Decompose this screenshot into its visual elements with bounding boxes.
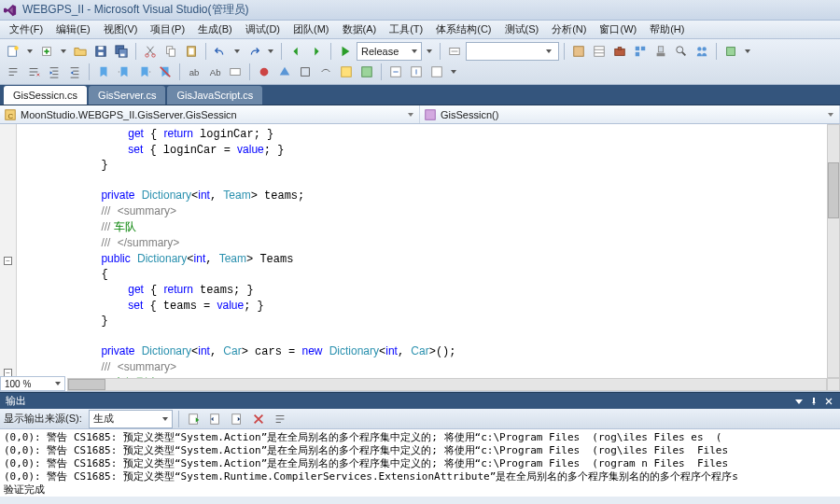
h-scroll-thumb[interactable]: [68, 379, 105, 390]
v-scroll-thumb[interactable]: [828, 162, 839, 218]
output-clear-button[interactable]: [249, 410, 268, 428]
output-pin-icon[interactable]: [808, 396, 819, 407]
menu-item[interactable]: 窗口(W): [594, 21, 642, 38]
horizontal-scrollbar[interactable]: [67, 378, 827, 391]
code-area[interactable]: get { return loginCar; } set { loginCar …: [17, 124, 840, 391]
debug-tool-6[interactable]: [357, 63, 376, 81]
menu-item[interactable]: 工具(T): [384, 21, 428, 38]
start-debug-button[interactable]: [336, 42, 355, 61]
bookmark-clear-button[interactable]: [156, 63, 175, 81]
svg-point-27: [697, 47, 701, 50]
open-file-button[interactable]: [71, 42, 90, 61]
output-source-combo[interactable]: 生成: [89, 410, 173, 428]
class-view-button[interactable]: [631, 42, 650, 61]
add-item-dropdown[interactable]: [58, 49, 69, 53]
menu-item[interactable]: 生成(B): [192, 21, 238, 38]
menu-item[interactable]: 视图(V): [98, 21, 144, 38]
new-project-button[interactable]: [4, 42, 22, 61]
menu-item[interactable]: 项目(P): [145, 21, 190, 38]
indent-button[interactable]: [45, 63, 63, 81]
save-button[interactable]: [91, 42, 110, 61]
team-explorer-button[interactable]: [693, 42, 711, 61]
debug-tool-3[interactable]: [296, 63, 315, 81]
solution-explorer-button[interactable]: [569, 42, 588, 61]
config-combo[interactable]: Release: [357, 42, 422, 61]
debug-tool-4[interactable]: [316, 63, 335, 81]
doc-tab[interactable]: GisServer.cs: [89, 86, 165, 105]
text-tool-1[interactable]: ab: [185, 63, 203, 81]
output-text[interactable]: (0,0): 警告 CS1685: 预定义类型“System.Action”是在…: [0, 429, 840, 497]
nav-back-button[interactable]: [287, 42, 305, 61]
misc-tool-3[interactable]: [427, 63, 446, 81]
find-button[interactable]: [445, 42, 464, 61]
titlebar: WEBGPS_II - Microsoft Visual Studio(管理员): [0, 0, 840, 21]
toolbar-row-1: Release: [4, 41, 836, 62]
undo-button[interactable]: [211, 42, 230, 61]
debug-tool-1[interactable]: [255, 63, 273, 81]
menu-item[interactable]: 体系结构(C): [430, 21, 497, 38]
extension-button[interactable]: [721, 42, 740, 61]
nav-type-selector[interactable]: C MoonStudio.WEBGPS_II.GisServer.GisSess…: [0, 105, 420, 123]
output-prev-button[interactable]: [206, 410, 225, 428]
outline-margin[interactable]: − −: [0, 124, 17, 391]
zoom-value: 100 %: [5, 379, 31, 389]
cut-button[interactable]: [141, 42, 160, 61]
server-explorer-button[interactable]: [651, 42, 670, 61]
misc-dropdown[interactable]: [448, 70, 459, 74]
bookmark-prev-button[interactable]: [115, 63, 133, 81]
redo-dropdown[interactable]: [265, 49, 276, 53]
misc-tool-1[interactable]: [386, 63, 405, 81]
bookmark-next-button[interactable]: [135, 63, 154, 81]
menu-item[interactable]: 分析(N): [546, 21, 592, 38]
properties-button[interactable]: [590, 42, 609, 61]
debug-tool-2[interactable]: [275, 63, 294, 81]
output-wrap-button[interactable]: [271, 410, 289, 428]
menu-item[interactable]: 编辑(E): [50, 21, 96, 38]
outline-toggle-1[interactable]: −: [4, 257, 12, 265]
menu-item[interactable]: 数据(A): [337, 21, 383, 38]
debug-tool-5[interactable]: [337, 63, 356, 81]
text-tool-2[interactable]: Ab: [205, 63, 224, 81]
object-browser-button[interactable]: [672, 42, 691, 61]
doc-tab[interactable]: GisJavaScript.cs: [167, 86, 262, 105]
svg-rect-21: [636, 47, 639, 50]
save-all-button[interactable]: [112, 42, 131, 61]
toolbox-button[interactable]: [610, 42, 629, 61]
undo-dropdown[interactable]: [231, 49, 243, 53]
config-combo-dropdown[interactable]: [424, 49, 435, 53]
bookmark-button[interactable]: [94, 63, 113, 81]
svg-rect-29: [727, 48, 735, 56]
extension-dropdown[interactable]: [742, 49, 753, 53]
text-tool-3[interactable]: [226, 63, 245, 81]
output-dropdown-icon[interactable]: [793, 396, 805, 407]
outdent-button[interactable]: [65, 63, 84, 81]
menu-item[interactable]: 文件(F): [4, 21, 49, 38]
svg-rect-18: [595, 47, 605, 57]
quick-find-box[interactable]: [466, 42, 559, 61]
copy-button[interactable]: [161, 42, 180, 61]
nav-fwd-button[interactable]: [307, 42, 326, 61]
menu-item[interactable]: 调试(D): [240, 21, 286, 38]
menu-item[interactable]: 测试(S): [499, 21, 545, 38]
misc-tool-2[interactable]: [407, 63, 426, 81]
svg-rect-17: [574, 47, 584, 57]
redo-button[interactable]: [245, 42, 263, 61]
comment-button[interactable]: [4, 63, 22, 81]
menu-item[interactable]: 团队(M): [287, 21, 335, 38]
code-editor[interactable]: − − get { return loginCar; } set { login…: [0, 124, 840, 392]
output-next-button[interactable]: [228, 410, 246, 428]
new-project-dropdown[interactable]: [24, 49, 35, 53]
output-goto-button[interactable]: [185, 410, 203, 428]
add-item-button[interactable]: [37, 42, 56, 61]
output-source-label: 显示输出来源(S):: [4, 412, 82, 426]
menu-item[interactable]: 帮助(H): [644, 21, 690, 38]
output-close-icon[interactable]: [823, 396, 834, 407]
uncomment-button[interactable]: [24, 63, 43, 81]
paste-button[interactable]: [182, 42, 201, 61]
zoom-combo[interactable]: 100 %: [0, 376, 65, 391]
doc-tab[interactable]: GisSessicn.cs: [4, 86, 87, 105]
svg-rect-24: [657, 53, 665, 57]
vertical-scrollbar[interactable]: [827, 124, 840, 378]
nav-member-selector[interactable]: GisSessicn(): [420, 105, 840, 123]
svg-rect-39: [432, 67, 442, 77]
